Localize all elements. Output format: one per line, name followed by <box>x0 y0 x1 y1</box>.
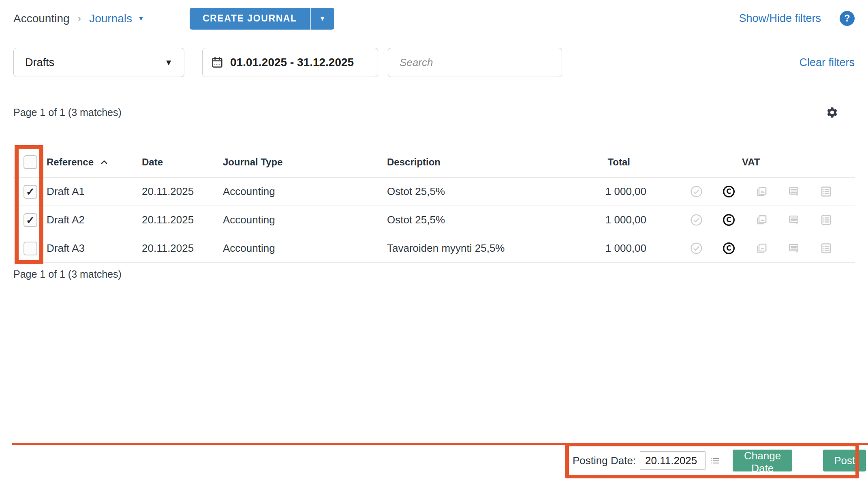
row-checkbox[interactable] <box>24 242 37 255</box>
gear-icon <box>826 106 838 119</box>
row-checkbox[interactable]: ✓ <box>24 213 37 227</box>
approved-check-icon[interactable] <box>680 184 712 199</box>
cell-journal-type: Accounting <box>223 185 387 198</box>
search-input[interactable] <box>390 56 560 69</box>
cell-total: 1 000,00 <box>567 185 646 198</box>
cell-total: 1 000,00 <box>567 242 646 255</box>
attachment-image-icon[interactable] <box>745 213 777 227</box>
column-header-vat: VAT <box>742 156 760 168</box>
copyright-icon[interactable]: C <box>712 184 745 199</box>
column-header-total[interactable]: Total <box>567 156 646 168</box>
copyright-icon[interactable]: C <box>712 241 745 255</box>
clear-filters-link[interactable]: Clear filters <box>799 56 855 69</box>
comment-icon[interactable] <box>777 213 810 227</box>
create-journal-button[interactable]: CREATE JOURNAL <box>190 8 310 30</box>
cell-description: Ostot 25,5% <box>387 185 567 198</box>
breadcrumb-journals-label: Journals <box>89 12 132 25</box>
details-list-icon[interactable] <box>810 184 842 199</box>
cell-journal-type: Accounting <box>223 242 387 255</box>
attachment-image-icon[interactable] <box>745 184 777 199</box>
date-list-icon[interactable] <box>710 455 720 466</box>
pagination-bottom: Page 1 of 1 (3 matches) <box>13 268 122 280</box>
search-box <box>388 48 562 77</box>
comment-icon[interactable] <box>777 241 810 255</box>
chevron-down-icon: ▼ <box>165 58 173 66</box>
column-header-date[interactable]: Date <box>142 156 223 168</box>
cell-reference: Draft A1 <box>47 185 142 198</box>
cell-description: Tavaroiden myynti 25,5% <box>387 242 567 255</box>
cell-reference: Draft A3 <box>47 242 142 255</box>
attachment-image-icon[interactable] <box>745 241 777 255</box>
posting-date-input[interactable] <box>640 451 706 470</box>
post-button[interactable]: Post <box>823 450 866 471</box>
cell-date: 20.11.2025 <box>142 242 223 255</box>
date-range-filter[interactable]: 01.01.2025 - 31.12.2025 <box>202 48 378 77</box>
header-right: Show/Hide filters ? <box>739 11 855 26</box>
status-filter-dropdown[interactable]: Drafts ▼ <box>13 48 184 77</box>
cell-journal-type: Accounting <box>223 214 387 226</box>
cell-reference: Draft A2 <box>47 214 142 226</box>
breadcrumb-accounting[interactable]: Accounting <box>13 12 70 25</box>
table-row[interactable]: ✓ Draft A2 20.11.2025 Accounting Ostot 2… <box>13 206 855 234</box>
select-all-checkbox[interactable] <box>24 155 37 169</box>
column-header-journal-type[interactable]: Journal Type <box>223 156 387 168</box>
approved-check-icon[interactable] <box>680 213 712 227</box>
table-header-row: Reference Date Journal Type Description … <box>13 147 855 178</box>
cell-description: Ostot 25,5% <box>387 214 567 226</box>
details-list-icon[interactable] <box>810 241 842 255</box>
posting-action-bar: Posting Date: Change Date Post <box>573 446 856 475</box>
create-journal-split-button: CREATE JOURNAL ▼ <box>190 8 334 30</box>
svg-text:C: C <box>726 244 731 252</box>
copyright-icon[interactable]: C <box>712 213 745 227</box>
approved-check-icon[interactable] <box>680 241 712 255</box>
column-header-description[interactable]: Description <box>387 156 567 168</box>
page-header: Accounting › Journals ▼ CREATE JOURNAL ▼… <box>13 0 855 37</box>
status-filter-value: Drafts <box>25 56 54 69</box>
posting-date-label: Posting Date: <box>573 454 636 467</box>
create-journal-dropdown-button[interactable]: ▼ <box>311 8 334 30</box>
breadcrumb-journals-dropdown[interactable]: Journals ▼ <box>89 12 144 25</box>
svg-text:C: C <box>726 187 731 195</box>
meta-row: Page 1 of 1 (3 matches) <box>13 102 855 122</box>
table-row[interactable]: Draft A3 20.11.2025 Accounting Tavaroide… <box>13 234 855 263</box>
svg-text:C: C <box>726 216 731 224</box>
pagination-top: Page 1 of 1 (3 matches) <box>13 107 122 118</box>
chevron-down-icon: ▼ <box>319 15 326 22</box>
annotation-footer-line <box>12 443 868 445</box>
change-date-button[interactable]: Change Date <box>733 450 792 471</box>
breadcrumb-separator-icon: › <box>78 12 81 25</box>
details-list-icon[interactable] <box>810 213 842 227</box>
show-hide-filters-link[interactable]: Show/Hide filters <box>739 12 821 25</box>
date-range-value: 01.01.2025 - 31.12.2025 <box>230 56 354 69</box>
table-row[interactable]: ✓ Draft A1 20.11.2025 Accounting Ostot 2… <box>13 178 855 206</box>
sort-ascending-icon <box>99 157 109 167</box>
cell-total: 1 000,00 <box>567 214 646 226</box>
row-checkbox[interactable]: ✓ <box>24 185 37 199</box>
cell-date: 20.11.2025 <box>142 214 223 226</box>
filter-bar: Drafts ▼ 01.01.2025 - 31.12.2025 Clear f… <box>13 48 855 77</box>
help-button[interactable]: ? <box>840 11 855 26</box>
table-settings-button[interactable] <box>826 106 838 119</box>
column-header-reference[interactable]: Reference <box>47 156 142 168</box>
calendar-icon <box>211 56 224 69</box>
chevron-down-icon: ▼ <box>138 15 144 22</box>
journals-table: Reference Date Journal Type Description … <box>13 147 855 263</box>
cell-date: 20.11.2025 <box>142 185 223 198</box>
comment-icon[interactable] <box>777 184 810 199</box>
breadcrumb: Accounting › Journals ▼ <box>13 12 144 25</box>
question-mark-icon: ? <box>844 13 850 24</box>
